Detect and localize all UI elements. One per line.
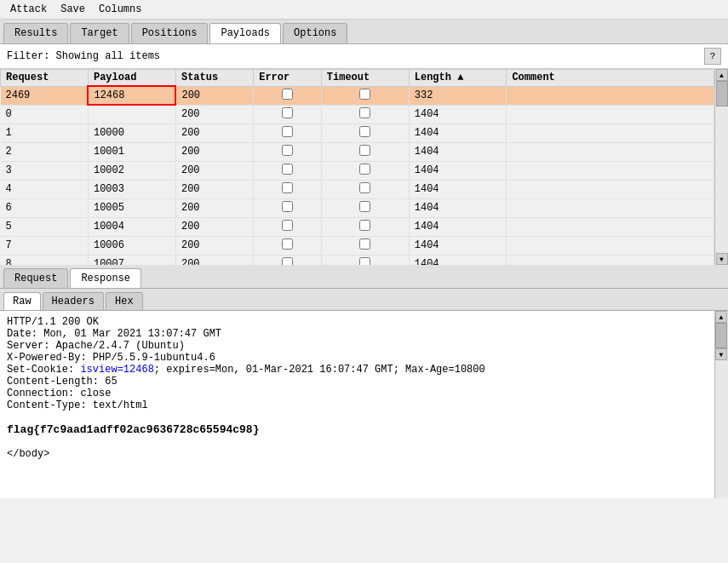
- col-request[interactable]: Request: [1, 70, 89, 87]
- cell-comment: [507, 217, 714, 236]
- cookie-value: isview=12468: [80, 364, 153, 376]
- table-row[interactable]: 1100002001404: [1, 124, 714, 142]
- tab-positions[interactable]: Positions: [131, 23, 209, 43]
- cell-status: 200: [175, 161, 253, 180]
- cell-length: 1404: [409, 180, 507, 198]
- menu-attack[interactable]: Attack: [3, 2, 54, 17]
- cell-request: 7: [1, 236, 89, 255]
- results-table-container: Request Payload Status Error Timeout Len…: [0, 69, 728, 265]
- table-row[interactable]: 4100032001404: [1, 180, 714, 198]
- response-line: HTTP/1.1 200 OK: [7, 316, 708, 328]
- cell-request: 5: [1, 217, 89, 236]
- col-payload[interactable]: Payload: [88, 70, 175, 87]
- cell-status: 200: [175, 86, 253, 105]
- cell-error: [254, 86, 322, 105]
- scrollbar-thumb[interactable]: [716, 81, 728, 106]
- cell-error: [254, 142, 322, 161]
- table-row[interactable]: 2100012001404: [1, 142, 714, 161]
- table-header-row: Request Payload Status Error Timeout Len…: [1, 70, 714, 87]
- col-error[interactable]: Error: [254, 70, 322, 87]
- cell-length: 1404: [409, 198, 507, 217]
- table-row[interactable]: 5100042001404: [1, 217, 714, 236]
- cell-comment: [507, 142, 714, 161]
- response-line: X-Powered-By: PHP/5.5.9-1ubuntu4.6: [7, 352, 708, 364]
- tab-raw[interactable]: Raw: [3, 292, 41, 310]
- cell-error: [254, 161, 322, 180]
- main-wrapper: Attack Save Columns Results Target Posit…: [0, 0, 728, 563]
- tab-payloads[interactable]: Payloads: [209, 23, 281, 43]
- results-table: Request Payload Status Error Timeout Len…: [0, 69, 714, 265]
- tab-response[interactable]: Response: [70, 268, 141, 288]
- cell-status: 200: [175, 124, 253, 142]
- table-row[interactable]: 7100062001404: [1, 236, 714, 255]
- cell-payload: [88, 105, 175, 124]
- cell-status: 200: [175, 198, 253, 217]
- menu-columns[interactable]: Columns: [92, 2, 148, 17]
- cell-timeout: [321, 142, 409, 161]
- tab-request[interactable]: Request: [3, 268, 68, 288]
- tab-options[interactable]: Options: [283, 23, 347, 43]
- tab-hex[interactable]: Hex: [106, 292, 143, 310]
- col-length[interactable]: Length ▲: [409, 70, 507, 87]
- cell-request: 3: [1, 161, 89, 180]
- cell-status: 200: [175, 236, 253, 255]
- tab-results[interactable]: Results: [3, 23, 68, 43]
- table-row[interactable]: 8100072001404: [1, 255, 714, 265]
- cell-timeout: [321, 105, 409, 124]
- cell-length: 1404: [409, 142, 507, 161]
- resp-scrollbar-thumb[interactable]: [715, 323, 727, 348]
- response-section: HTTP/1.1 200 OKDate: Mon, 01 Mar 2021 13…: [0, 311, 728, 498]
- cell-comment: [507, 161, 714, 180]
- cell-timeout: [321, 86, 409, 105]
- response-content-wrapper: HTTP/1.1 200 OKDate: Mon, 01 Mar 2021 13…: [0, 311, 714, 498]
- cell-timeout: [321, 124, 409, 142]
- cell-length: 1404: [409, 236, 507, 255]
- col-status[interactable]: Status: [175, 70, 253, 87]
- cell-length: 1404: [409, 161, 507, 180]
- scroll-down-btn[interactable]: ▼: [716, 253, 728, 265]
- col-timeout[interactable]: Timeout: [321, 70, 409, 87]
- help-button[interactable]: ?: [704, 48, 721, 65]
- cell-comment: [507, 198, 714, 217]
- cell-payload: 10007: [88, 255, 175, 265]
- cell-status: 200: [175, 105, 253, 124]
- response-scrollbar[interactable]: ▲ ▼: [714, 311, 728, 498]
- response-content: HTTP/1.1 200 OKDate: Mon, 01 Mar 2021 13…: [0, 311, 714, 498]
- cell-request: 0: [1, 105, 89, 124]
- response-line: Content-Length: 65: [7, 376, 708, 388]
- resp-scroll-up[interactable]: ▲: [715, 311, 727, 323]
- cell-timeout: [321, 180, 409, 198]
- filter-bar: Filter: Showing all items ?: [0, 44, 728, 69]
- cell-payload: 10004: [88, 217, 175, 236]
- filter-label: Filter: Showing all items: [7, 50, 160, 62]
- top-tab-bar: Results Target Positions Payloads Option…: [0, 20, 728, 44]
- scroll-up-btn[interactable]: ▲: [716, 69, 728, 81]
- cell-timeout: [321, 236, 409, 255]
- table-row[interactable]: 3100022001404: [1, 161, 714, 180]
- table-row[interactable]: 02001404: [1, 105, 714, 124]
- cell-comment: [507, 124, 714, 142]
- cell-comment: [507, 180, 714, 198]
- table-row[interactable]: 6100052001404: [1, 198, 714, 217]
- response-tab-bar: Raw Headers Hex: [0, 289, 728, 311]
- tab-headers[interactable]: Headers: [43, 292, 104, 310]
- response-line: Set-Cookie: isview=12468; expires=Mon, 0…: [7, 364, 708, 376]
- cell-error: [254, 198, 322, 217]
- col-comment[interactable]: Comment: [507, 70, 714, 87]
- closing-tag: </body>: [7, 448, 708, 460]
- cell-error: [254, 255, 322, 265]
- cell-timeout: [321, 161, 409, 180]
- table-scrollbar[interactable]: ▲ ▼: [714, 69, 728, 265]
- cell-request: 1: [1, 124, 89, 142]
- cell-payload: 10002: [88, 161, 175, 180]
- tab-target[interactable]: Target: [70, 23, 129, 43]
- response-line: Content-Type: text/html: [7, 399, 708, 411]
- cell-payload: 10001: [88, 142, 175, 161]
- menu-bar: Attack Save Columns: [0, 0, 728, 20]
- menu-save[interactable]: Save: [54, 2, 92, 17]
- cell-payload: 10005: [88, 198, 175, 217]
- resp-scroll-down[interactable]: ▼: [715, 348, 727, 360]
- cell-comment: [507, 236, 714, 255]
- cell-length: 1404: [409, 255, 507, 265]
- table-row[interactable]: 246912468200332: [1, 86, 714, 105]
